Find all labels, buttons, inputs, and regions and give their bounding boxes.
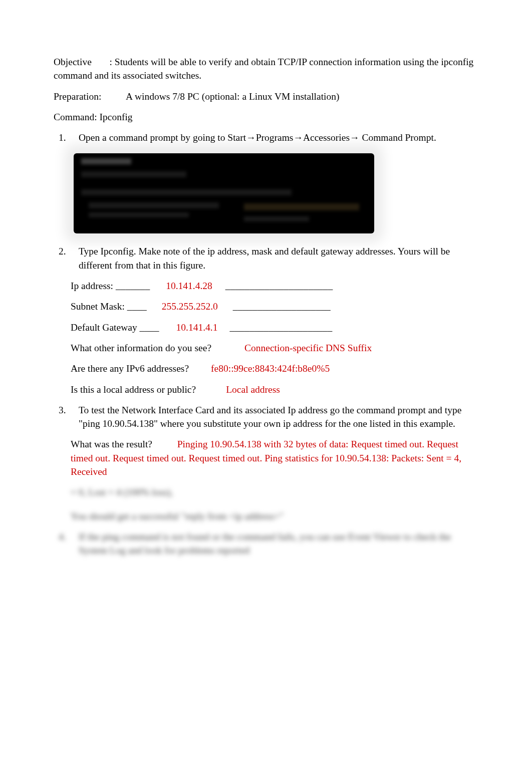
other-info-answer: Connection-specific DNS Suffix [244, 341, 372, 355]
ip-address-value: 10.141.4.28 [166, 279, 212, 293]
local-public-answer: Local address [226, 383, 280, 396]
command-row: Command: Ipconfig [54, 110, 478, 124]
local-public-row: Is this a local address or public? Local… [71, 383, 478, 396]
step-2-answers: Ip address: _______ 10.141.4.28 ________… [71, 279, 478, 396]
objective-row: Objective : Students will be able to ver… [54, 55, 478, 83]
reply-note: You should get a successful "reply from … [71, 509, 478, 523]
step-1: 1. Open a command prompt by going to Sta… [54, 131, 478, 144]
objective-label: Objective [54, 57, 92, 67]
step-3: 3. To test the Network Interface Card an… [54, 403, 478, 431]
ping-result-answer-part2: = 0, Lost = 4 (100% loss), [71, 485, 478, 499]
blurred-content: = 0, Lost = 4 (100% loss), You should ge… [54, 485, 478, 557]
subnet-mask-row: Subnet Mask: ____ 255.255.252.0 ________… [71, 300, 478, 313]
default-gateway-label: Default Gateway ____ [71, 321, 159, 334]
ping-result-question: What was the result? [71, 439, 152, 449]
step-2: 2. Type Ipconfig. Make note of the ip ad… [54, 244, 478, 272]
step-body: To test the Network Interface Card and i… [79, 403, 478, 431]
default-gateway-row: Default Gateway ____ 10.141.4.1 ________… [71, 321, 478, 334]
ipv6-answer: fe80::99ce:8843:424f:b8e0%5 [211, 362, 330, 375]
ping-result-row: What was the result? Pinging 10.90.54.13… [71, 437, 478, 478]
local-public-question: Is this a local address or public? [71, 383, 196, 396]
default-gateway-blank: _____________________ [229, 321, 332, 334]
other-info-row: What other information do you see? Conne… [71, 341, 478, 355]
ip-address-blank: ______________________ [225, 279, 333, 293]
preparation-text: A windows 7/8 PC (optional: a Linux VM i… [126, 91, 339, 102]
step-body: Open a command prompt by going to Start→… [79, 131, 478, 144]
ip-address-row: Ip address: _______ 10.141.4.28 ________… [71, 279, 478, 293]
ipv6-question: Are there any IPv6 addresses? [71, 362, 189, 375]
step-4: 4. If the ping command is not found or t… [54, 530, 478, 558]
step-number: 4. [54, 530, 79, 558]
step-body: If the ping command is not found or the … [79, 530, 478, 558]
step-number: 3. [54, 403, 79, 431]
default-gateway-value: 10.141.4.1 [176, 321, 218, 334]
cmd-screenshot [74, 153, 374, 233]
other-info-question: What other information do you see? [71, 341, 211, 355]
ipv6-row: Are there any IPv6 addresses? fe80::99ce… [71, 362, 478, 375]
preparation-row: Preparation: A windows 7/8 PC (optional:… [54, 90, 478, 103]
cmd-screenshot-image [74, 153, 374, 233]
subnet-mask-blank: ____________________ [233, 300, 331, 313]
subnet-mask-value: 255.255.252.0 [162, 300, 218, 313]
subnet-mask-label: Subnet Mask: ____ [71, 300, 147, 313]
command-label: Command: Ipconfig [54, 112, 133, 122]
preparation-label: Preparation: [54, 91, 101, 102]
step-body: Type Ipconfig. Make note of the ip addre… [79, 244, 478, 272]
step-number: 2. [54, 244, 79, 272]
objective-text: : Students will be able to verify and ob… [54, 57, 473, 81]
ip-address-label: Ip address: _______ [71, 279, 150, 293]
step-number: 1. [54, 131, 79, 144]
step-3-answers: What was the result? Pinging 10.90.54.13… [71, 437, 478, 478]
